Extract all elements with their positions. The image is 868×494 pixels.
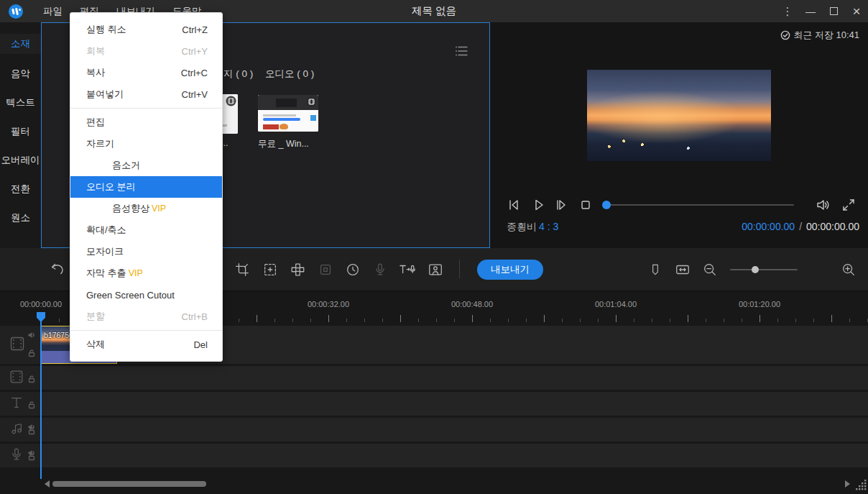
- ctx-copy[interactable]: 복사 Ctrl+C: [70, 62, 222, 83]
- list-view-icon[interactable]: [455, 45, 469, 60]
- fullscreen-icon[interactable]: [839, 196, 858, 214]
- microphone-icon: [9, 447, 24, 465]
- text-icon: [9, 395, 24, 413]
- previous-frame-button[interactable]: [504, 196, 523, 214]
- ctx-delete[interactable]: 삭제 Del: [70, 334, 222, 355]
- text-track-lane[interactable]: [41, 392, 868, 416]
- scale-icon[interactable]: [261, 260, 280, 279]
- track-lock-icon[interactable]: [27, 347, 36, 360]
- film-badge-icon: [226, 96, 236, 109]
- sidebar: 소재 음악 텍스트 필터 오버레이 전환 원소: [0, 22, 41, 248]
- seek-handle[interactable]: [602, 201, 611, 209]
- vip-badge: VIP: [152, 203, 166, 214]
- ctx-undo[interactable]: 실행 취소 Ctrl+Z: [70, 19, 222, 40]
- sidebar-item-music[interactable]: 음악: [0, 64, 41, 84]
- pip-track: [0, 366, 868, 390]
- voiceover-track-header: [0, 444, 41, 467]
- cutout-portrait-icon[interactable]: [426, 260, 445, 279]
- timeline-zoom-slider[interactable]: [730, 269, 798, 270]
- ctx-split: 분할 Ctrl+B: [70, 306, 222, 327]
- track-lock-icon[interactable]: [27, 373, 36, 386]
- record-voiceover-icon[interactable]: [371, 260, 389, 279]
- sidebar-item-element[interactable]: 원소: [0, 208, 41, 228]
- ctx-mosaic[interactable]: 모자이크: [70, 241, 222, 262]
- voiceover-track: [0, 444, 868, 467]
- undo-icon[interactable]: [48, 260, 67, 279]
- speed-clock-icon[interactable]: [343, 260, 362, 279]
- zoom-slider-handle[interactable]: [752, 266, 759, 273]
- volume-icon[interactable]: [813, 196, 832, 214]
- menu-file[interactable]: 파일: [34, 0, 71, 22]
- pip-track-header: [0, 366, 41, 390]
- aspect-ratio-value[interactable]: 4 : 3: [539, 221, 558, 232]
- zoom-out-icon[interactable]: [701, 260, 719, 279]
- ruler-label: 00:01:04.00: [595, 300, 637, 308]
- music-track-lane[interactable]: [41, 418, 868, 442]
- zoom-in-icon[interactable]: [839, 260, 858, 279]
- stop-button[interactable]: [576, 196, 595, 214]
- text-to-speech-icon[interactable]: [398, 260, 417, 279]
- more-options-icon[interactable]: ⋮: [776, 0, 799, 22]
- track-lock-icon[interactable]: [27, 425, 36, 438]
- ctx-paste[interactable]: 붙여넣기 Ctrl+V: [70, 83, 222, 105]
- ruler-label: 00:00:32.00: [308, 300, 349, 308]
- ctx-crop[interactable]: 자르기: [70, 133, 222, 155]
- saved-check-icon: [780, 30, 790, 40]
- maximize-button[interactable]: [822, 0, 845, 22]
- media-thumbnail[interactable]: [258, 95, 318, 132]
- context-menu: 실행 취소 Ctrl+Z 회복 Ctrl+Y 복사 Ctrl+C 붙여넣기 Ct…: [70, 12, 223, 362]
- track-mute-icon[interactable]: [27, 329, 36, 342]
- sidebar-item-media[interactable]: 소재: [0, 34, 41, 54]
- text-track: [0, 392, 868, 416]
- play-button[interactable]: [529, 196, 548, 214]
- save-status: 최근 저장 10:41: [780, 29, 859, 42]
- export-button[interactable]: 내보내기: [477, 260, 543, 280]
- crop-icon[interactable]: [233, 260, 251, 279]
- resize-grip[interactable]: [856, 480, 867, 493]
- ctx-edit[interactable]: 편집: [70, 111, 222, 133]
- next-frame-button[interactable]: [552, 196, 571, 214]
- total-time: 00:00:00.00: [806, 221, 859, 232]
- video-editor-window: 파일 편집 내보내기 도움말 제목 없음 ⋮ — × 소재 음악 텍스트 필터 …: [0, 0, 868, 494]
- fit-timeline-icon[interactable]: [673, 260, 692, 279]
- track-lock-icon[interactable]: [27, 451, 36, 464]
- ctx-mute[interactable]: 음소거: [70, 155, 222, 176]
- sidebar-item-transition[interactable]: 전환: [0, 179, 41, 199]
- sidebar-item-text[interactable]: 텍스트: [0, 93, 41, 113]
- sidebar-item-filter[interactable]: 필터: [0, 122, 41, 142]
- scroll-left-arrow[interactable]: [45, 480, 50, 488]
- sidebar-item-overlay[interactable]: 오버레이: [0, 150, 41, 170]
- voiceover-track-lane[interactable]: [41, 444, 868, 467]
- maximize-icon: [830, 7, 838, 15]
- ctx-subtitle-extract[interactable]: 자막 추출VIP: [70, 262, 222, 284]
- window-controls: ⋮ — ×: [776, 0, 868, 22]
- marker-icon[interactable]: [646, 260, 665, 279]
- mosaic-icon[interactable]: [288, 260, 307, 279]
- film-icon: [9, 335, 26, 355]
- music-note-icon: [9, 421, 24, 439]
- ctx-zoom[interactable]: 확대/축소: [70, 219, 222, 241]
- ctx-voice-enhance[interactable]: 음성향상VIP: [70, 198, 222, 219]
- ctx-audio-detach[interactable]: 오디오 분리: [70, 176, 222, 198]
- vip-badge: VIP: [129, 268, 143, 278]
- preview-info-row: 종횡비 4 : 3 00:00:00.00/00:00:00.00: [490, 221, 868, 237]
- seek-slider[interactable]: [604, 204, 794, 206]
- menu-separator: [70, 108, 222, 109]
- tab-audio-count[interactable]: 오디오 ( 0 ): [265, 68, 314, 81]
- music-track-header: [0, 418, 41, 442]
- horizontal-scrollbar[interactable]: [52, 481, 206, 487]
- ruler-label: 00:00:00.00: [20, 300, 62, 308]
- app-logo-icon: [9, 4, 23, 19]
- pip-track-lane[interactable]: [41, 366, 868, 390]
- scroll-right-arrow[interactable]: [845, 480, 850, 488]
- video-preview: [587, 70, 771, 161]
- tab-image-count[interactable]: 지 ( 0 ): [223, 68, 253, 81]
- track-lock-icon[interactable]: [27, 399, 36, 412]
- minimize-button[interactable]: —: [799, 0, 822, 22]
- ctx-green-screen[interactable]: Green Screen Cutout: [70, 284, 222, 306]
- freeze-frame-icon[interactable]: [316, 260, 335, 279]
- menu-separator: [70, 330, 222, 331]
- timecode-display: 00:00:00.00/00:00:00.00: [742, 221, 859, 232]
- toolbar-divider: [459, 260, 460, 278]
- close-button[interactable]: ×: [845, 0, 868, 22]
